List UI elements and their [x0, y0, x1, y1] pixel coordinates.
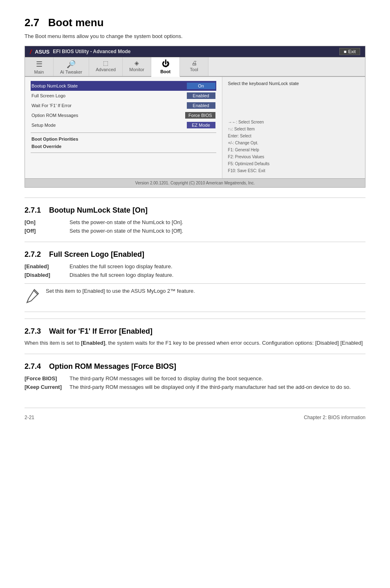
- nav-advanced[interactable]: ⬚ Advanced: [89, 57, 123, 76]
- bios-left-panel: Bootup NumLock State On Full Screen Logo…: [25, 77, 222, 178]
- def-table-271: [On] Sets the power-on state of the NumL…: [25, 218, 365, 235]
- divider-272: [25, 242, 365, 242]
- def-table-274: [Force BIOS] The third-party ROM message…: [25, 374, 365, 391]
- exit-button[interactable]: ■ Exit: [339, 48, 360, 55]
- menu-item-setupmode[interactable]: Setup Mode EZ Mode: [31, 120, 216, 130]
- table-row: [On] Sets the power-on state of the NumL…: [25, 218, 365, 227]
- subsec-271-title: 2.7.1 Bootup NumLock State [On]: [25, 206, 365, 215]
- optionrom-value[interactable]: Force BIOS: [185, 112, 215, 119]
- bios-footer: Version 2.00.1201. Copyright (C) 2010 Am…: [25, 178, 365, 187]
- page-footer: 2-21 Chapter 2: BIOS information: [25, 408, 365, 420]
- table-row: [Enabled] Enables the full screen logo d…: [25, 262, 365, 271]
- def-table-272: [Enabled] Enables the full screen logo d…: [25, 262, 365, 279]
- boot-icon: ⏻: [162, 60, 169, 68]
- divider-274: [25, 354, 365, 354]
- bios-shortcuts: →←: Select Screen ↑↓: Select Item Enter:…: [228, 119, 359, 174]
- subsec-272-title: 2.7.2 Full Screen Logo [Enabled]: [25, 250, 365, 259]
- subsec-274-title: 2.7.4 Option ROM Messages [Force BIOS]: [25, 362, 365, 371]
- table-row: [Force BIOS] The third-party ROM message…: [25, 374, 365, 383]
- bios-titlebar: / ASUS EFI BIOS Utility - Advanced Mode …: [25, 46, 365, 57]
- bios-right-panel: Select the keyboard NumLock state →←: Se…: [222, 77, 365, 178]
- nav-boot[interactable]: ⏻ Boot: [151, 57, 180, 77]
- bios-screenshot: / ASUS EFI BIOS Utility - Advanced Mode …: [25, 46, 365, 188]
- nav-tool[interactable]: 🖨 Tool: [180, 57, 208, 76]
- main-icon: ☰: [36, 60, 43, 69]
- footer-left: 2-21: [25, 415, 34, 420]
- page-container: 2.7 Boot menu The Boot menu items allow …: [0, 0, 390, 437]
- advanced-icon: ⬚: [103, 60, 108, 66]
- section-title: 2.7 Boot menu: [25, 16, 365, 29]
- table-row: [Disabled] Disables the full screen logo…: [25, 271, 365, 279]
- setupmode-value[interactable]: EZ Mode: [187, 122, 215, 128]
- divider-273: [25, 319, 365, 319]
- note-icon: [25, 288, 41, 307]
- table-row: [Keep Current] The third-party ROM messa…: [25, 383, 365, 391]
- tool-icon: 🖨: [191, 60, 197, 66]
- waitforf1-value[interactable]: Enabled: [187, 102, 215, 109]
- bios-help-text: Select the keyboard NumLock state: [228, 81, 359, 86]
- bios-main-area: Bootup NumLock State On Full Screen Logo…: [25, 77, 365, 178]
- monitor-icon: ◈: [134, 60, 139, 66]
- boot-option-priorities-label: Boot Option Priorities: [31, 135, 216, 143]
- bios-title: EFI BIOS Utility - Advanced Mode: [53, 49, 130, 54]
- menu-item-numlockstate[interactable]: Bootup NumLock State On: [31, 81, 216, 91]
- fullscreenlogo-value[interactable]: Enabled: [187, 92, 215, 99]
- nav-monitor[interactable]: ◈ Monitor: [123, 57, 151, 76]
- bios-nav: ☰ Main 🔎 Ai Tweaker ⬚ Advanced ◈ Monitor…: [25, 57, 365, 77]
- nav-ai-tweaker[interactable]: 🔎 Ai Tweaker: [54, 57, 89, 76]
- nav-main[interactable]: ☰ Main: [25, 57, 54, 76]
- bios-logo: / ASUS EFI BIOS Utility - Advanced Mode: [30, 48, 131, 55]
- note-box-272: Set this item to [Enabled] to use the AS…: [25, 283, 365, 312]
- subsec-273-intro: When this item is set to [Enabled], the …: [25, 339, 365, 347]
- ai-tweaker-icon: 🔎: [67, 60, 76, 69]
- table-row: [Off] Sets the power-on state of the Num…: [25, 227, 365, 235]
- menu-item-fullscreenlogo[interactable]: Full Screen Logo Enabled: [31, 91, 216, 101]
- footer-right: Chapter 2: BIOS information: [304, 415, 365, 420]
- menu-item-optionrom[interactable]: Option ROM Messages Force BIOS: [31, 110, 216, 120]
- boot-override-label: Boot Override: [31, 143, 216, 150]
- menu-item-waitfor-f1[interactable]: Wait For 'F1' If Error Enabled: [31, 101, 216, 110]
- section-intro: The Boot menu items allow you to change …: [25, 33, 365, 39]
- note-text: Set this item to [Enabled] to use the AS…: [46, 288, 195, 294]
- subsec-273-title: 2.7.3 Wait for 'F1' If Error [Enabled]: [25, 327, 365, 336]
- divider-271: [25, 197, 365, 198]
- numlockstate-value[interactable]: On: [187, 83, 215, 89]
- exit-icon: ■: [344, 49, 347, 54]
